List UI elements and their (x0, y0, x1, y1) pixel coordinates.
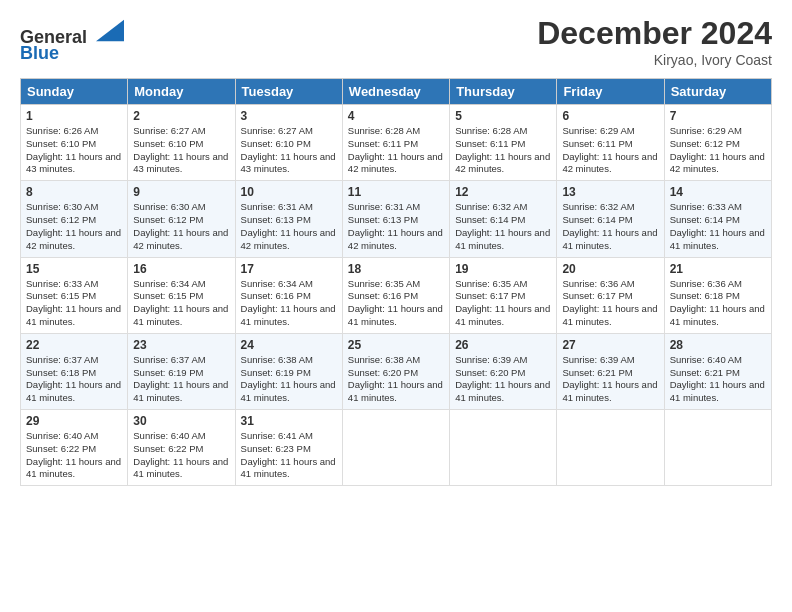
table-row: 30 Sunrise: 6:40 AM Sunset: 6:22 PM Dayl… (128, 410, 235, 486)
table-row: 6 Sunrise: 6:29 AM Sunset: 6:11 PM Dayli… (557, 105, 664, 181)
table-row (450, 410, 557, 486)
calendar-header-row: Sunday Monday Tuesday Wednesday Thursday… (21, 79, 772, 105)
col-monday: Monday (128, 79, 235, 105)
title-block: December 2024 Kiryao, Ivory Coast (537, 15, 772, 68)
table-row (664, 410, 771, 486)
table-row: 11 Sunrise: 6:31 AM Sunset: 6:13 PM Dayl… (342, 181, 449, 257)
table-row: 9 Sunrise: 6:30 AM Sunset: 6:12 PM Dayli… (128, 181, 235, 257)
table-row: 18 Sunrise: 6:35 AM Sunset: 6:16 PM Dayl… (342, 257, 449, 333)
table-row: 27 Sunrise: 6:39 AM Sunset: 6:21 PM Dayl… (557, 333, 664, 409)
table-row: 3 Sunrise: 6:27 AM Sunset: 6:10 PM Dayli… (235, 105, 342, 181)
table-row: 13 Sunrise: 6:32 AM Sunset: 6:14 PM Dayl… (557, 181, 664, 257)
calendar-table: Sunday Monday Tuesday Wednesday Thursday… (20, 78, 772, 486)
table-row: 4 Sunrise: 6:28 AM Sunset: 6:11 PM Dayli… (342, 105, 449, 181)
table-row: 14 Sunrise: 6:33 AM Sunset: 6:14 PM Dayl… (664, 181, 771, 257)
table-row: 2 Sunrise: 6:27 AM Sunset: 6:10 PM Dayli… (128, 105, 235, 181)
page: General Blue December 2024 Kiryao, Ivory… (0, 0, 792, 612)
col-saturday: Saturday (664, 79, 771, 105)
table-row: 7 Sunrise: 6:29 AM Sunset: 6:12 PM Dayli… (664, 105, 771, 181)
table-row: 1 Sunrise: 6:26 AM Sunset: 6:10 PM Dayli… (21, 105, 128, 181)
table-row: 26 Sunrise: 6:39 AM Sunset: 6:20 PM Dayl… (450, 333, 557, 409)
table-row: 31 Sunrise: 6:41 AM Sunset: 6:23 PM Dayl… (235, 410, 342, 486)
table-row: 24 Sunrise: 6:38 AM Sunset: 6:19 PM Dayl… (235, 333, 342, 409)
location: Kiryao, Ivory Coast (537, 52, 772, 68)
header: General Blue December 2024 Kiryao, Ivory… (20, 15, 772, 68)
table-row: 22 Sunrise: 6:37 AM Sunset: 6:18 PM Dayl… (21, 333, 128, 409)
table-row: 16 Sunrise: 6:34 AM Sunset: 6:15 PM Dayl… (128, 257, 235, 333)
table-row (342, 410, 449, 486)
table-row: 29 Sunrise: 6:40 AM Sunset: 6:22 PM Dayl… (21, 410, 128, 486)
table-row: 20 Sunrise: 6:36 AM Sunset: 6:17 PM Dayl… (557, 257, 664, 333)
svg-marker-0 (96, 20, 124, 41)
logo-blue: Blue (20, 43, 59, 63)
table-row: 21 Sunrise: 6:36 AM Sunset: 6:18 PM Dayl… (664, 257, 771, 333)
table-row: 8 Sunrise: 6:30 AM Sunset: 6:12 PM Dayli… (21, 181, 128, 257)
table-row: 25 Sunrise: 6:38 AM Sunset: 6:20 PM Dayl… (342, 333, 449, 409)
table-row: 19 Sunrise: 6:35 AM Sunset: 6:17 PM Dayl… (450, 257, 557, 333)
table-row: 15 Sunrise: 6:33 AM Sunset: 6:15 PM Dayl… (21, 257, 128, 333)
month-title: December 2024 (537, 15, 772, 52)
table-row (557, 410, 664, 486)
table-row: 12 Sunrise: 6:32 AM Sunset: 6:14 PM Dayl… (450, 181, 557, 257)
col-wednesday: Wednesday (342, 79, 449, 105)
table-row: 23 Sunrise: 6:37 AM Sunset: 6:19 PM Dayl… (128, 333, 235, 409)
logo-triangle-icon (96, 15, 124, 43)
col-friday: Friday (557, 79, 664, 105)
col-sunday: Sunday (21, 79, 128, 105)
logo: General Blue (20, 15, 124, 64)
col-tuesday: Tuesday (235, 79, 342, 105)
table-row: 5 Sunrise: 6:28 AM Sunset: 6:11 PM Dayli… (450, 105, 557, 181)
table-row: 28 Sunrise: 6:40 AM Sunset: 6:21 PM Dayl… (664, 333, 771, 409)
col-thursday: Thursday (450, 79, 557, 105)
table-row: 17 Sunrise: 6:34 AM Sunset: 6:16 PM Dayl… (235, 257, 342, 333)
table-row: 10 Sunrise: 6:31 AM Sunset: 6:13 PM Dayl… (235, 181, 342, 257)
